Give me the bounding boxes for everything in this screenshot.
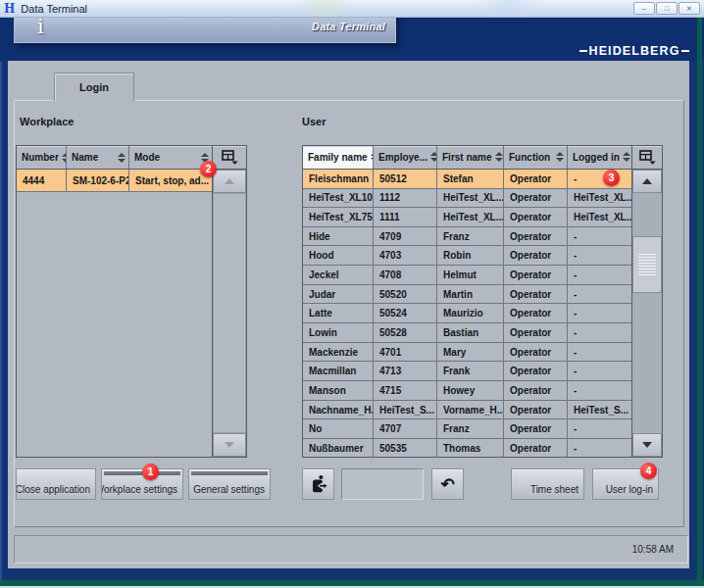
user-cell: 50535 <box>374 439 437 457</box>
workplace-scrollbar-thumb <box>213 193 246 433</box>
minimize-button[interactable]: – <box>633 2 655 15</box>
user-cell: 4709 <box>374 227 437 246</box>
user-header-employee[interactable]: Employe... <box>374 146 437 169</box>
user-header-family-name[interactable]: Family name <box>303 146 374 169</box>
user-row[interactable]: HeiTest_XL10...1112HeiTest_XL...Operator… <box>303 189 631 209</box>
user-cell: 1111 <box>374 208 437 226</box>
user-cell: 4707 <box>374 419 437 438</box>
maximize-button[interactable]: □ <box>656 2 678 15</box>
user-row[interactable]: Judar50520MartinOperator- <box>303 285 631 305</box>
titlebar-decoration <box>0 0 704 17</box>
user-scroll-down-button[interactable] <box>632 433 662 457</box>
frame-teal-right <box>697 18 702 586</box>
close-application-button[interactable]: Close application <box>16 468 96 500</box>
workplace-header-number[interactable]: Number <box>17 146 67 169</box>
user-cell: 4715 <box>374 381 437 400</box>
user-row[interactable]: HeiTest_XL75...1111HeiTest_XL...Operator… <box>303 208 631 227</box>
user-row[interactable]: Latte50524MaurizioOperator- <box>303 304 631 323</box>
workplace-scroll-up-button <box>213 170 246 193</box>
user-row[interactable]: Macmillan4713FrankOperator- <box>303 362 631 381</box>
general-settings-button[interactable]: General settings <box>188 468 271 500</box>
time-sheet-button[interactable]: Time sheet <box>511 468 584 500</box>
user-cell: Franz <box>437 419 504 438</box>
user-row[interactable]: Hood4703RobinOperator- <box>303 246 631 266</box>
close-button[interactable]: ✕ <box>679 2 700 15</box>
user-header-function[interactable]: Function <box>504 146 568 169</box>
user-cell: Nußbaumer <box>303 439 374 457</box>
user-cell: Operator <box>504 323 568 342</box>
user-cell: Manson <box>303 381 374 400</box>
user-header-first-name[interactable]: First name <box>437 146 504 169</box>
user-cell: Frank <box>437 362 504 380</box>
user-cell: - <box>568 285 631 304</box>
user-cell: Franz <box>437 227 504 246</box>
clock-display: 10:58 AM <box>632 544 674 555</box>
user-row[interactable]: Jeckel4708HelmutOperator- <box>303 266 631 285</box>
workplace-cell-number: 4444 <box>17 170 67 191</box>
workplace-table-empty <box>17 192 212 457</box>
user-cell: Operator <box>504 401 568 419</box>
user-cell: HeiTest_XL10... <box>303 189 374 208</box>
info-icon[interactable]: i <box>37 17 44 37</box>
user-cell: Latte <box>303 304 374 322</box>
user-cell: Stefan <box>437 170 504 188</box>
user-row[interactable]: Nußbaumer50535ThomasOperator- <box>303 439 631 457</box>
user-cell: Operator <box>504 362 568 380</box>
user-row[interactable]: Nachname_H...HeiTest_S...Vorname_H...Ope… <box>303 401 631 420</box>
user-scroll-up-button[interactable] <box>632 170 662 193</box>
sort-icon <box>427 152 437 162</box>
user-row[interactable]: Lowin50528BastianOperator- <box>303 323 631 343</box>
annotation-badge-2: 2 <box>200 161 217 177</box>
user-cell: - <box>568 419 631 438</box>
workplace-column-config-button[interactable] <box>213 146 246 170</box>
user-row[interactable]: Mackenzie4701MaryOperator- <box>303 343 631 363</box>
user-cell: HeiTest_XL... <box>437 189 504 208</box>
user-scrollbar-thumb[interactable] <box>632 236 662 293</box>
user-header-logged-in[interactable]: Logged in <box>568 146 631 169</box>
user-cell: - <box>568 323 631 342</box>
arrow-down-icon <box>642 442 652 448</box>
user-cell: Thomas <box>437 439 504 457</box>
workplace-scroll-down-button <box>213 433 246 457</box>
banner-title: Data Terminal <box>312 21 385 32</box>
user-cell: Operator <box>504 170 568 188</box>
code-input[interactable] <box>341 468 424 500</box>
workplace-scroll-column <box>213 146 246 457</box>
user-cell: 1112 <box>374 189 437 208</box>
user-cell: Vorname_H... <box>437 401 504 419</box>
user-cell: - <box>568 362 631 380</box>
user-cell: Operator <box>504 246 568 265</box>
user-column-config-button[interactable] <box>632 146 662 170</box>
arrow-down-icon <box>225 442 234 448</box>
workplace-header-name[interactable]: Name <box>67 146 129 169</box>
user-table: Family name Employe... First name Functi… <box>302 145 663 458</box>
workplace-header-mode[interactable]: Mode <box>129 146 212 169</box>
user-cell: Lowin <box>303 323 374 342</box>
user-cell: 4703 <box>374 246 437 265</box>
user-table-rows: Fleischmann50512StefanOperator-HeiTest_X… <box>303 170 631 457</box>
user-cell: Jeckel <box>303 266 374 284</box>
user-row[interactable]: Manson4715HoweyOperator- <box>303 381 631 401</box>
user-row[interactable]: No4707FranzOperator- <box>303 419 631 439</box>
user-cell: - <box>568 170 631 188</box>
user-icon-button[interactable] <box>302 468 334 500</box>
undo-button[interactable]: ↶ <box>431 468 464 500</box>
user-cell: - <box>568 343 631 362</box>
user-scroll-column <box>632 146 662 457</box>
user-cell: Hide <box>303 227 374 246</box>
user-cell: Fleischmann <box>303 170 374 188</box>
workplace-row[interactable]: 4444 SM-102-6-P2 Start, stop, ad... <box>17 170 212 192</box>
user-cell: 50520 <box>374 285 437 304</box>
user-cell: Maurizio <box>437 304 504 322</box>
sort-icon <box>59 153 67 163</box>
user-cell: No <box>303 419 374 438</box>
user-row[interactable]: Hide4709FranzOperator- <box>303 227 631 247</box>
tab-login[interactable]: Login <box>54 73 134 101</box>
client-area: Login Workplace User Number Name Mode <box>8 61 689 568</box>
user-cell: - <box>568 381 631 400</box>
user-row[interactable]: Fleischmann50512StefanOperator- <box>303 170 631 189</box>
user-cell: - <box>568 439 631 457</box>
user-cell: Operator <box>504 381 568 400</box>
user-scrollbar-track[interactable] <box>632 193 662 433</box>
logo-bar-right <box>681 50 689 52</box>
